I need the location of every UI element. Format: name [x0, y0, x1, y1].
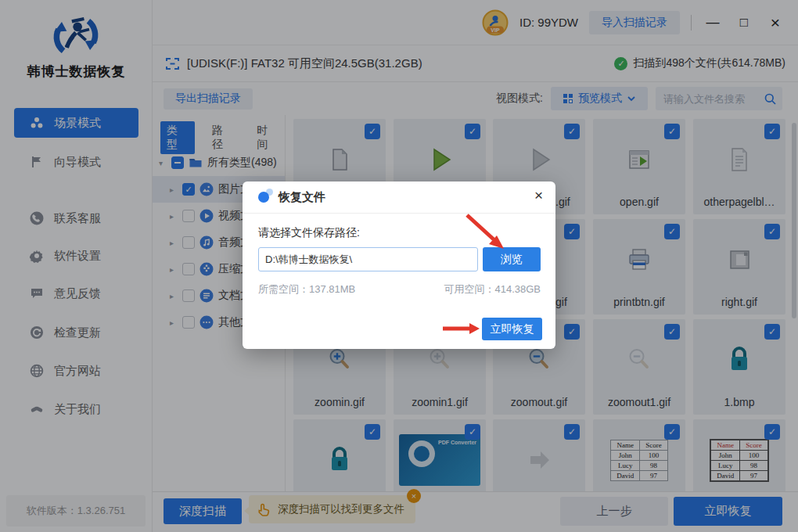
recover-files-dialog: 恢复文件 × 请选择文件保存路径: 浏览 所需空间：137.81MB 可用空间：… [243, 182, 555, 349]
dialog-close-icon[interactable]: × [534, 187, 543, 204]
app-window: 韩博士数据恢复 场景模式向导模式联系客服软件设置意见反馈检查更新官方网站关于我们… [0, 0, 798, 532]
browse-button[interactable]: 浏览 [483, 247, 541, 271]
available-space-text: 可用空间：414.38GB [444, 282, 541, 297]
save-path-label: 请选择文件保存路径: [258, 226, 360, 240]
save-path-input[interactable] [258, 247, 478, 271]
dialog-recover-now-button[interactable]: 立即恢复 [482, 318, 542, 340]
dialog-title: 恢复文件 [279, 190, 325, 205]
dialog-dot-icon [258, 192, 269, 203]
dialog-divider [243, 213, 555, 214]
required-space-text: 所需空间：137.81MB [258, 282, 355, 297]
